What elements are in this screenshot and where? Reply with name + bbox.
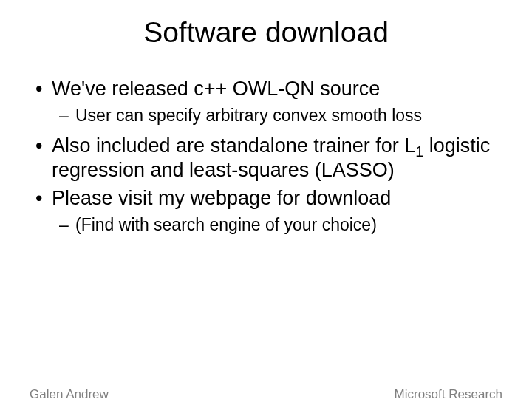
slide: Software download We've released c++ OWL…	[0, 16, 532, 399]
subscript: 1	[415, 144, 423, 160]
bullet-level1: We've released c++ OWL-QN source	[30, 77, 502, 100]
bullet-text: Please visit my webpage for download	[52, 187, 391, 209]
slide-footer: Galen Andrew Microsoft Research	[30, 387, 502, 399]
bullet-level2: User can specify arbitrary convex smooth…	[30, 105, 502, 126]
footer-author: Galen Andrew	[30, 387, 109, 399]
footer-affiliation: Microsoft Research	[395, 387, 502, 399]
bullet-level1: Please visit my webpage for download	[30, 186, 502, 210]
slide-title: Software download	[0, 16, 532, 49]
slide-body: We've released c++ OWL-QN source User ca…	[30, 77, 502, 236]
bullet-text: We've released c++ OWL-QN source	[52, 78, 380, 100]
bullet-text: User can specify arbitrary convex smooth…	[75, 106, 422, 125]
bullet-level2: (Find with search engine of your choice)	[30, 214, 502, 236]
bullet-level1: Also included are standalone trainer for…	[30, 134, 502, 182]
bullet-text: (Find with search engine of your choice)	[75, 215, 377, 234]
bullet-text: Also included are standalone trainer for…	[52, 134, 415, 157]
